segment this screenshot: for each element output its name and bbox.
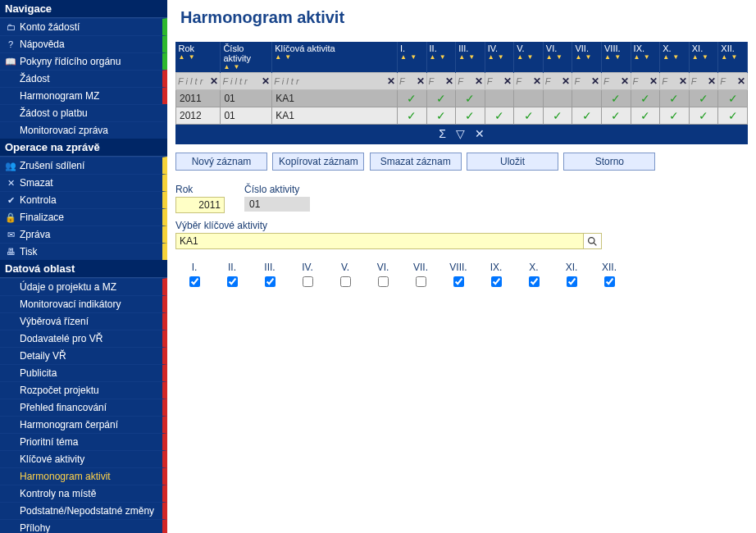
clear-filter-icon[interactable]: ✕ xyxy=(621,75,629,87)
clear-filter-icon[interactable]: ✕ xyxy=(533,75,541,87)
sidebar-item[interactable]: 🔒Finalizace xyxy=(0,208,167,226)
new-record-button[interactable]: Nový záznam xyxy=(175,153,267,171)
sidebar-item[interactable]: Dodavatelé pro VŘ xyxy=(0,330,167,347)
col-month-4[interactable]: IV. xyxy=(485,42,514,73)
col-month-3[interactable]: III. xyxy=(456,42,485,73)
grid-filter-icon[interactable]: ▽ xyxy=(456,127,465,140)
cancel-button[interactable]: Storno xyxy=(563,153,655,171)
clear-filter-icon[interactable]: ✕ xyxy=(562,75,570,87)
month-checkbox-1[interactable] xyxy=(189,276,200,287)
column-label: IV. xyxy=(488,43,512,53)
clear-filter-icon[interactable]: ✕ xyxy=(475,75,483,87)
filter-cell[interactable]: F i l t r✕ xyxy=(272,73,397,89)
sidebar-item[interactable]: 🗀Konto žádostí xyxy=(0,18,167,35)
sidebar-item[interactable]: Žádost xyxy=(0,70,167,87)
filter-cell[interactable]: F✕ xyxy=(602,73,631,89)
filter-cell[interactable]: F✕ xyxy=(690,73,718,89)
sidebar-item[interactable]: Prioritní téma xyxy=(0,433,167,450)
col-month-7[interactable]: VII. xyxy=(572,42,602,73)
clear-filter-icon[interactable]: ✕ xyxy=(591,75,599,87)
month-checkbox-6[interactable] xyxy=(378,276,389,287)
clear-filter-icon[interactable]: ✕ xyxy=(679,75,687,87)
sidebar-item[interactable]: Přehled financování xyxy=(0,399,167,416)
sidebar-item[interactable]: Monitorovací indikátory xyxy=(0,295,167,312)
copy-record-button[interactable]: Kopírovat záznam xyxy=(272,153,364,171)
clear-filter-icon[interactable]: ✕ xyxy=(417,75,425,87)
col-rok[interactable]: Rok xyxy=(176,42,221,73)
filter-cell[interactable]: F✕ xyxy=(514,73,543,89)
rok-field[interactable]: 2011 xyxy=(175,197,225,213)
filter-cell[interactable]: F✕ xyxy=(485,73,514,89)
sidebar-item[interactable]: Harmonogram aktivit xyxy=(0,467,167,485)
sidebar-item[interactable]: Žádost o platbu xyxy=(0,104,167,121)
sidebar-item[interactable]: 👥Zrušení sdílení xyxy=(0,157,167,174)
sidebar-item[interactable]: ✔Kontrola xyxy=(0,191,167,208)
grid-summary-icon[interactable]: Σ xyxy=(439,127,446,140)
col-month-5[interactable]: V. xyxy=(514,42,544,73)
month-checkbox-2[interactable] xyxy=(227,276,238,287)
col-klicova-aktivita[interactable]: Klíčová aktivita xyxy=(272,42,398,73)
sidebar-item[interactable]: ?Nápověda xyxy=(0,35,167,52)
sidebar-item[interactable]: Přílohy xyxy=(0,519,167,533)
month-checkbox-5[interactable] xyxy=(340,276,351,287)
sidebar-item[interactable]: ✕Smazat xyxy=(0,174,167,191)
save-button[interactable]: Uložit xyxy=(467,153,558,171)
filter-cell[interactable]: F i l t r✕ xyxy=(221,73,271,89)
sidebar-item[interactable]: 📖Pokyny řídícího orgánu xyxy=(0,52,167,70)
clear-filter-icon[interactable]: ✕ xyxy=(210,75,218,87)
col-month-8[interactable]: VIII. xyxy=(602,42,631,73)
col-month-11[interactable]: XI. xyxy=(689,42,718,73)
sidebar-item[interactable]: ✉Zpráva xyxy=(0,226,167,243)
month-checkbox-7[interactable] xyxy=(416,276,426,287)
clear-filter-icon[interactable]: ✕ xyxy=(708,75,716,87)
filter-cell[interactable]: F✕ xyxy=(398,73,426,89)
sidebar-item[interactable]: Podstatné/Nepodstatné změny xyxy=(0,502,167,519)
sidebar-item[interactable]: Publicita xyxy=(0,364,167,381)
sidebar-item[interactable]: 🖶Tisk xyxy=(0,243,167,260)
month-checkbox-10[interactable] xyxy=(529,276,540,287)
sidebar-item[interactable]: Klíčové aktivity xyxy=(0,450,167,467)
sidebar-item[interactable]: Harmonogram čerpání xyxy=(0,416,167,433)
clear-filter-icon[interactable]: ✕ xyxy=(262,75,270,87)
col-month-10[interactable]: X. xyxy=(660,42,690,73)
month-checkbox-4[interactable] xyxy=(303,276,313,287)
table-row[interactable]: 201201KA1✓✓✓✓✓✓✓✓✓✓✓✓ xyxy=(176,107,748,125)
col-month-2[interactable]: II. xyxy=(426,42,456,73)
col-month-12[interactable]: XII. xyxy=(718,42,748,73)
clear-filter-icon[interactable]: ✕ xyxy=(503,75,512,87)
filter-cell[interactable]: F✕ xyxy=(631,73,660,89)
col-month-1[interactable]: I. xyxy=(397,42,426,73)
grid-clear-icon[interactable]: ✕ xyxy=(475,127,485,140)
filter-cell[interactable]: F i l t r✕ xyxy=(176,73,220,89)
month-checkbox-9[interactable] xyxy=(491,276,502,287)
sidebar-item[interactable]: Detaily VŘ xyxy=(0,347,167,364)
filter-cell[interactable]: F✕ xyxy=(572,73,601,89)
filter-cell[interactable]: F✕ xyxy=(660,73,689,89)
col-month-6[interactable]: VI. xyxy=(543,42,572,73)
table-row[interactable]: 201101KA1✓✓✓✓✓✓✓✓ xyxy=(176,90,748,107)
filter-cell[interactable]: F✕ xyxy=(718,73,747,89)
delete-record-button[interactable]: Smazat záznam xyxy=(370,153,462,171)
filter-cell[interactable]: F✕ xyxy=(544,73,572,89)
sidebar-item[interactable]: Kontroly na místě xyxy=(0,485,167,502)
sidebar-item[interactable]: Údaje o projektu a MZ xyxy=(0,278,167,295)
sidebar-item[interactable]: Harmonogram MZ xyxy=(0,87,167,104)
month-checkbox-12[interactable] xyxy=(604,276,615,287)
lookup-button[interactable] xyxy=(584,233,602,249)
filter-cell[interactable]: F✕ xyxy=(456,73,485,89)
vyber-field[interactable]: KA1 xyxy=(175,233,584,249)
col-month-9[interactable]: IX. xyxy=(631,42,660,73)
sort-asc-icon xyxy=(575,53,582,61)
clear-filter-icon[interactable]: ✕ xyxy=(445,75,453,87)
month-checkbox-8[interactable] xyxy=(453,276,464,287)
clear-filter-icon[interactable]: ✕ xyxy=(737,75,745,87)
sidebar-item[interactable]: Rozpočet projektu xyxy=(0,381,167,399)
month-checkbox-11[interactable] xyxy=(567,276,577,287)
month-checkbox-3[interactable] xyxy=(265,276,276,287)
filter-cell[interactable]: F✕ xyxy=(427,73,456,89)
sidebar-item[interactable]: Monitorovací zpráva xyxy=(0,121,167,139)
clear-filter-icon[interactable]: ✕ xyxy=(387,75,395,87)
sidebar-item[interactable]: Výběrová řízení xyxy=(0,312,167,330)
clear-filter-icon[interactable]: ✕ xyxy=(649,75,658,87)
col-cislo-aktivity[interactable]: Číslo aktivity xyxy=(221,42,272,73)
